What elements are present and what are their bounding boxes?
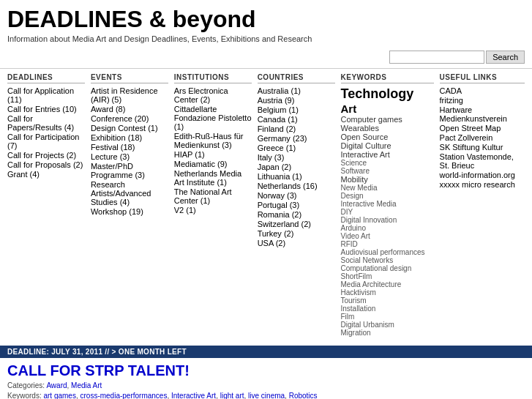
list-item: HIAP (1): [174, 150, 252, 159]
keyword-new-media[interactable]: New Media: [341, 184, 434, 192]
countries-header: COUNTRIES: [258, 73, 335, 83]
list-item: Open Street Map: [440, 124, 525, 133]
deadline-bar: DEADLINE: JULY 31, 2011 // > ONE MONTH L…: [0, 346, 532, 358]
list-item: Norway (3): [258, 191, 335, 200]
events-list: Artist in Residence (AIR) (5) Award (8) …: [91, 86, 168, 216]
keyword-mobility[interactable]: Mobility: [341, 175, 434, 184]
categories-label: Categories:: [7, 381, 45, 389]
list-item: Lithuania (1): [258, 172, 335, 181]
search-button[interactable]: Search: [486, 51, 525, 64]
search-input[interactable]: [389, 51, 484, 64]
keyword-digital-culture[interactable]: Digital Culture: [341, 141, 434, 150]
list-item: Cittadellarte Fondazione Pistoletto (1): [174, 105, 252, 131]
keyword-audiovisual[interactable]: Audiovisual performances: [341, 248, 434, 256]
keyword-science[interactable]: Science: [341, 159, 434, 167]
page-title: DEADLINES & beyond: [7, 6, 525, 33]
keyword-computational[interactable]: Computational design: [341, 264, 434, 272]
keyword-interactive-media[interactable]: Interactive Media: [341, 200, 434, 208]
event-block-1: CALL FOR STRP TALENT! Categories: Award,…: [0, 358, 532, 399]
list-item: Australia (1): [258, 86, 335, 95]
list-item: Austria (9): [258, 96, 335, 105]
list-item: Artist in Residence (AIR) (5): [91, 86, 168, 104]
keyword-tourism[interactable]: Tourism: [341, 297, 434, 305]
list-item: Lecture (3): [91, 152, 168, 161]
events-column: EVENTS Artist in Residence (AIR) (5) Awa…: [88, 73, 171, 337]
useful-links-header: USEFUL LINKS: [440, 73, 525, 83]
list-item: Station Vastemonde, St. Brieuc: [440, 152, 525, 170]
columns-container: DEADLINES Call for Application (11) Call…: [0, 68, 532, 341]
keyword-social-networks[interactable]: Social Networks: [341, 256, 434, 264]
list-item: Research Artists/Advanced Studies (4): [91, 180, 168, 206]
list-item: CADA: [440, 86, 525, 95]
list-item: Belgium (1): [258, 105, 335, 114]
keyword-media-architecture[interactable]: Media Architecture: [341, 280, 434, 288]
institutions-list: Ars Electronica Center (2) Cittadellarte…: [174, 86, 252, 215]
useful-links-list: CADA fritzing Hartware Medienkunstverein…: [440, 86, 525, 189]
keyword-interactive-art[interactable]: Interactive Art: [341, 150, 434, 159]
list-item: SK Stiftung Kultur: [440, 143, 525, 152]
list-item: xxxxx micro research: [440, 180, 525, 189]
list-item: Call for Entries (10): [7, 105, 85, 113]
keyword-rfid[interactable]: RFID: [341, 240, 434, 248]
keyword-open-source[interactable]: Open Source: [341, 133, 434, 141]
keyword-software[interactable]: Software: [341, 167, 434, 175]
event1-keywords: Keywords: art games, cross-media-perform…: [7, 392, 525, 399]
list-item: Call for Participation (7): [7, 133, 85, 150]
list-item: Switzerland (2): [258, 220, 335, 228]
list-item: Edith-Ruß-Haus für Medienkunst (3): [174, 132, 252, 149]
list-item: Call for Papers/Results (4): [7, 114, 85, 132]
deadlines-list: Call for Application (11) Call for Entri…: [7, 86, 85, 179]
deadlines-column: DEADLINES Call for Application (11) Call…: [4, 73, 88, 337]
keywords-column: KEYWORDS Technology Art Computer games W…: [338, 73, 437, 337]
institutions-column: INSTITUTIONS Ars Electronica Center (2) …: [171, 73, 255, 337]
page-header: DEADLINES & beyond Information about Med…: [0, 0, 532, 46]
keyword-digital-innovation[interactable]: Digital Innovation: [341, 216, 434, 224]
keyword-hacktivism[interactable]: Hacktivism: [341, 288, 434, 297]
keyword-film[interactable]: Film: [341, 313, 434, 321]
keywords-label: Keywords:: [7, 392, 42, 399]
event1-title: CALL FOR STRP TALENT!: [7, 362, 525, 379]
list-item: Greece (1): [258, 143, 335, 152]
list-item: Canada (1): [258, 115, 335, 124]
keyword-art[interactable]: Art: [341, 102, 434, 115]
keyword-design[interactable]: Design: [341, 192, 434, 200]
list-item: Pact Zollverein: [440, 133, 525, 142]
list-item: Germany (23): [258, 134, 335, 143]
list-item: Call for Application (11): [7, 86, 85, 104]
useful-links-column: USEFUL LINKS CADA fritzing Hartware Medi…: [437, 73, 528, 337]
list-item: Romania (2): [258, 210, 335, 219]
keyword-installation[interactable]: Installation: [341, 305, 434, 313]
list-item: USA (2): [258, 239, 335, 247]
keyword-video-art[interactable]: Video Art: [341, 232, 434, 240]
list-item: Call for Projects (2): [7, 151, 85, 160]
keyword-diy[interactable]: DIY: [341, 208, 434, 216]
list-item: Hartware Medienkunstverein: [440, 105, 525, 123]
list-item: Turkey (2): [258, 229, 335, 238]
search-bar: Search: [0, 46, 532, 68]
list-item: Mediamatic (9): [174, 160, 252, 168]
keyword-computer-games[interactable]: Computer games: [341, 115, 434, 124]
countries-column: COUNTRIES Australia (1) Austria (9) Belg…: [255, 73, 338, 337]
list-item: Workshop (19): [91, 207, 168, 216]
countries-list: Australia (1) Austria (9) Belgium (1) Ca…: [258, 86, 335, 247]
list-item: Finland (2): [258, 124, 335, 133]
keywords-header: KEYWORDS: [341, 73, 434, 83]
list-item: Netherlands Media Art Institute (1): [174, 169, 252, 187]
list-item: Italy (3): [258, 153, 335, 162]
list-item: Festival (18): [91, 143, 168, 152]
list-item: Netherlands (16): [258, 182, 335, 190]
keyword-migration[interactable]: Migration: [341, 329, 434, 337]
events-header: EVENTS: [91, 73, 168, 83]
keyword-technology[interactable]: Technology: [341, 86, 434, 102]
list-item: Japan (2): [258, 163, 335, 171]
keyword-arduino[interactable]: Arduino: [341, 224, 434, 232]
event1-meta: Categories: Award, Media Art: [7, 381, 525, 389]
list-item: Master/PhD Programme (3): [91, 162, 168, 179]
list-item: Award (8): [91, 105, 168, 113]
keyword-wearables[interactable]: Wearables: [341, 124, 434, 133]
page-subtitle: Information about Media Art and Design D…: [7, 34, 525, 43]
list-item: Conference (20): [91, 114, 168, 123]
list-item: world-information.org: [440, 171, 525, 179]
keyword-digital-urbanism[interactable]: Digital Urbanism: [341, 321, 434, 329]
keyword-shortfilm[interactable]: ShortFilm: [341, 272, 434, 280]
